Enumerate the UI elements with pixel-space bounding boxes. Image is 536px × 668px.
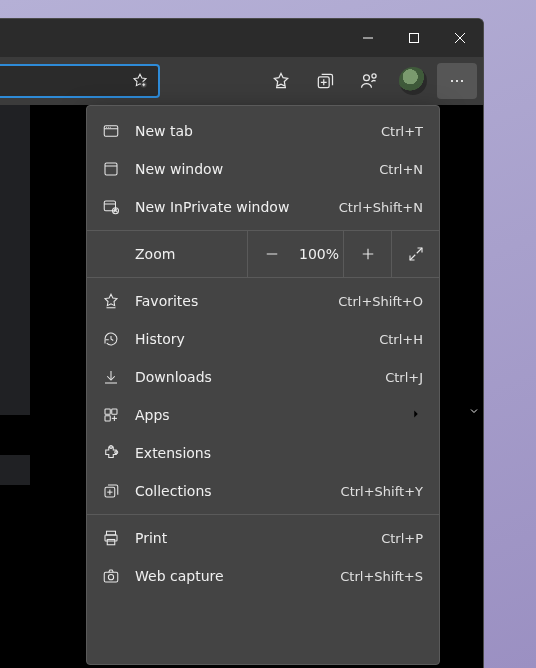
favorites-button[interactable]	[261, 63, 301, 99]
new-tab-icon	[101, 121, 121, 141]
svg-rect-47	[107, 540, 115, 545]
new-window-icon	[101, 159, 121, 179]
svg-rect-35	[105, 409, 110, 414]
menu-shortcut: Ctrl+P	[381, 531, 423, 546]
menu-new-tab[interactable]: New tab Ctrl+T	[87, 112, 439, 150]
menu-label: New window	[135, 161, 379, 177]
zoom-in-button[interactable]	[343, 230, 391, 278]
menu-label: Extensions	[135, 445, 423, 461]
menu-label: Collections	[135, 483, 341, 499]
zoom-label: Zoom	[87, 246, 247, 262]
downloads-icon	[101, 367, 121, 387]
menu-label: Favorites	[135, 293, 338, 309]
svg-point-19	[108, 127, 109, 128]
web-capture-icon	[101, 566, 121, 586]
menu-history[interactable]: History Ctrl+H	[87, 320, 439, 358]
menu-shortcut: Ctrl+J	[385, 370, 423, 385]
menu-label: New InPrivate window	[135, 199, 339, 215]
scroll-down-icon[interactable]	[467, 404, 481, 418]
print-icon	[101, 528, 121, 548]
content-panel	[0, 455, 30, 485]
menu-print[interactable]: Print Ctrl+P	[87, 519, 439, 557]
inprivate-icon	[101, 197, 121, 217]
menu-new-window[interactable]: New window Ctrl+N	[87, 150, 439, 188]
svg-rect-1	[410, 34, 419, 43]
svg-point-13	[451, 80, 453, 82]
menu-shortcut: Ctrl+Shift+O	[338, 294, 423, 309]
titlebar	[0, 19, 483, 57]
toolbar-icons	[261, 63, 479, 99]
svg-point-11	[364, 75, 370, 81]
svg-line-30	[416, 248, 421, 253]
chevron-right-icon	[409, 407, 423, 424]
menu-shortcut: Ctrl+T	[381, 124, 423, 139]
svg-point-14	[456, 80, 458, 82]
menu-label: Web capture	[135, 568, 340, 584]
svg-point-49	[108, 575, 113, 580]
svg-rect-48	[104, 572, 118, 582]
svg-point-20	[110, 127, 111, 128]
svg-rect-23	[104, 201, 115, 211]
fullscreen-button[interactable]	[391, 230, 439, 278]
menu-downloads[interactable]: Downloads Ctrl+J	[87, 358, 439, 396]
menu-extensions[interactable]: Extensions	[87, 434, 439, 472]
zoom-value: 100%	[295, 246, 343, 262]
svg-point-18	[106, 127, 107, 128]
content-panel	[0, 105, 30, 415]
menu-separator	[87, 514, 439, 515]
address-bar[interactable]	[0, 64, 160, 98]
menu-favorites[interactable]: Favorites Ctrl+Shift+O	[87, 282, 439, 320]
extensions-icon	[101, 443, 121, 463]
more-button[interactable]	[437, 63, 477, 99]
menu-new-inprivate[interactable]: New InPrivate window Ctrl+Shift+N	[87, 188, 439, 226]
svg-line-31	[410, 255, 415, 260]
svg-rect-45	[107, 531, 116, 535]
menu-shortcut: Ctrl+Shift+N	[339, 200, 423, 215]
menu-shortcut: Ctrl+Shift+S	[340, 569, 423, 584]
apps-icon	[101, 405, 121, 425]
svg-rect-36	[112, 409, 117, 414]
menu-shortcut: Ctrl+H	[379, 332, 423, 347]
collections-button[interactable]	[305, 63, 345, 99]
menu-label: New tab	[135, 123, 381, 139]
menu-apps[interactable]: Apps	[87, 396, 439, 434]
menu-label: Downloads	[135, 369, 385, 385]
menu-label: Print	[135, 530, 381, 546]
zoom-out-button[interactable]	[247, 230, 295, 278]
toolbar	[0, 57, 483, 105]
menu-zoom-row: Zoom 100%	[87, 230, 439, 278]
menu-collections[interactable]: Collections Ctrl+Shift+Y	[87, 472, 439, 510]
svg-rect-21	[105, 163, 117, 175]
profile-avatar[interactable]	[393, 63, 433, 99]
maximize-button[interactable]	[391, 19, 437, 57]
svg-point-15	[461, 80, 463, 82]
close-button[interactable]	[437, 19, 483, 57]
avatar-icon	[399, 67, 427, 95]
menu-web-capture[interactable]: Web capture Ctrl+Shift+S	[87, 557, 439, 595]
add-favorite-icon[interactable]	[130, 71, 150, 91]
favorites-icon	[101, 291, 121, 311]
browser-window: New tab Ctrl+T New window Ctrl+N New InP…	[0, 18, 484, 668]
minimize-button[interactable]	[345, 19, 391, 57]
menu-shortcut: Ctrl+Shift+Y	[341, 484, 423, 499]
menu-label: History	[135, 331, 379, 347]
menu-label: Apps	[135, 407, 409, 423]
svg-rect-37	[105, 416, 110, 421]
svg-point-12	[372, 74, 376, 78]
collections-icon	[101, 481, 121, 501]
profile-switch-button[interactable]	[349, 63, 389, 99]
menu-shortcut: Ctrl+N	[379, 162, 423, 177]
settings-menu: New tab Ctrl+T New window Ctrl+N New InP…	[86, 105, 440, 665]
history-icon	[101, 329, 121, 349]
